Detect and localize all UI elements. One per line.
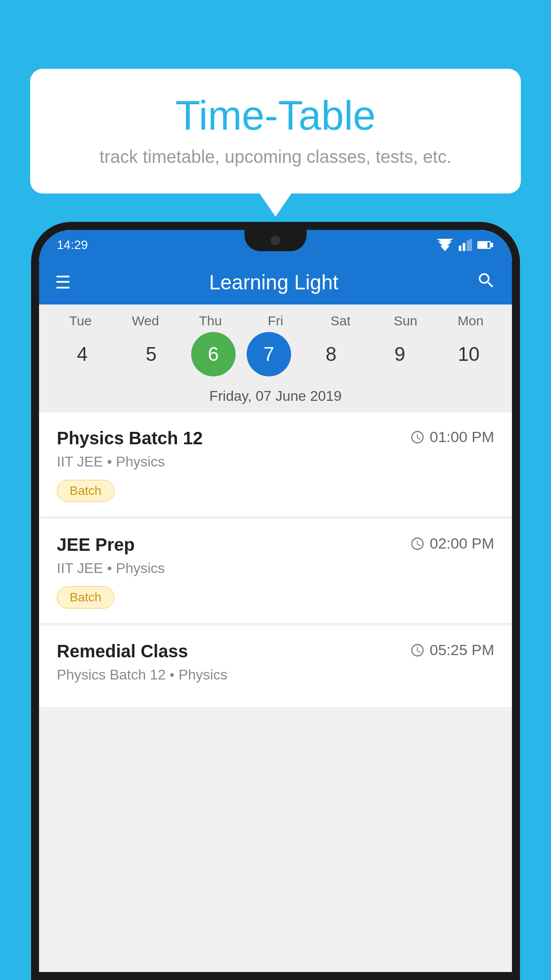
class-subject-2: IIT JEE • Physics [57, 560, 494, 577]
svg-rect-10 [491, 243, 493, 247]
day-header-thu: Thu [181, 313, 239, 328]
speech-bubble-container: Time-Table track timetable, upcoming cla… [30, 69, 521, 194]
classes-list: Physics Batch 12 01:00 PM IIT JEE • Phys… [39, 412, 512, 972]
class-subject-3: Physics Batch 12 • Physics [57, 667, 494, 683]
phone-inner: 14:29 [39, 230, 512, 972]
class-card-header-1: Physics Batch 12 01:00 PM [57, 428, 494, 448]
day-numbers: 4 5 6 7 8 9 10 [39, 332, 512, 376]
signal-icon [459, 239, 472, 251]
day-4[interactable]: 4 [54, 332, 111, 376]
svg-rect-6 [469, 239, 472, 251]
speech-bubble: Time-Table track timetable, upcoming cla… [30, 69, 521, 194]
svg-rect-3 [459, 246, 461, 251]
status-icons [437, 239, 494, 251]
bubble-title: Time-Table [57, 93, 494, 138]
wifi-icon [437, 239, 453, 251]
day-6-today[interactable]: 6 [191, 332, 236, 376]
phone-frame: 14:29 [31, 222, 520, 980]
class-name-1: Physics Batch 12 [57, 428, 203, 448]
batch-badge-2: Batch [57, 586, 114, 609]
class-card-header-3: Remedial Class 05:25 PM [57, 641, 494, 661]
day-9[interactable]: 9 [371, 332, 429, 376]
camera-dot [271, 236, 280, 245]
notch [244, 230, 307, 251]
day-10[interactable]: 10 [440, 332, 497, 376]
clock-icon-3 [410, 643, 425, 658]
class-name-3: Remedial Class [57, 641, 188, 661]
clock-icon-1 [410, 430, 425, 445]
svg-rect-9 [479, 242, 488, 248]
batch-badge-1: Batch [57, 480, 114, 502]
class-time-1: 01:00 PM [410, 428, 494, 446]
class-card-1[interactable]: Physics Batch 12 01:00 PM IIT JEE • Phys… [39, 412, 512, 516]
bubble-subtitle: track timetable, upcoming classes, tests… [57, 147, 494, 167]
svg-rect-4 [463, 243, 465, 251]
day-header-tue: Tue [51, 313, 109, 328]
day-header-sat: Sat [312, 313, 370, 328]
day-8[interactable]: 8 [302, 332, 360, 376]
day-header-fri: Fri [247, 313, 304, 328]
class-card-2[interactable]: JEE Prep 02:00 PM IIT JEE • Physics Batc… [39, 519, 512, 623]
class-card-3[interactable]: Remedial Class 05:25 PM Physics Batch 12… [39, 625, 512, 707]
clock-icon-2 [410, 536, 425, 551]
search-icon[interactable] [476, 271, 496, 294]
day-7-selected[interactable]: 7 [247, 332, 291, 376]
class-time-2: 02:00 PM [410, 535, 494, 552]
status-time: 14:29 [57, 238, 88, 252]
class-name-2: JEE Prep [57, 535, 135, 555]
selected-date-label: Friday, 07 June 2019 [39, 383, 512, 412]
status-bar: 14:29 [39, 230, 512, 260]
battery-icon [477, 239, 494, 251]
menu-icon[interactable]: ☰ [55, 272, 71, 292]
day-header-wed: Wed [117, 313, 174, 328]
day-header-mon: Mon [442, 313, 500, 328]
class-subject-1: IIT JEE • Physics [57, 454, 494, 470]
class-time-3: 05:25 PM [410, 641, 494, 659]
day-header-sun: Sun [377, 313, 434, 328]
calendar-strip: Tue Wed Thu Fri Sat Sun Mon 4 5 6 7 8 9 … [39, 304, 512, 412]
day-headers: Tue Wed Thu Fri Sat Sun Mon [39, 313, 512, 328]
app-title: Learning Light [71, 270, 476, 294]
svg-rect-5 [467, 241, 469, 251]
class-card-header-2: JEE Prep 02:00 PM [57, 535, 494, 555]
day-5[interactable]: 5 [122, 332, 180, 376]
app-bar: ☰ Learning Light [39, 260, 512, 304]
